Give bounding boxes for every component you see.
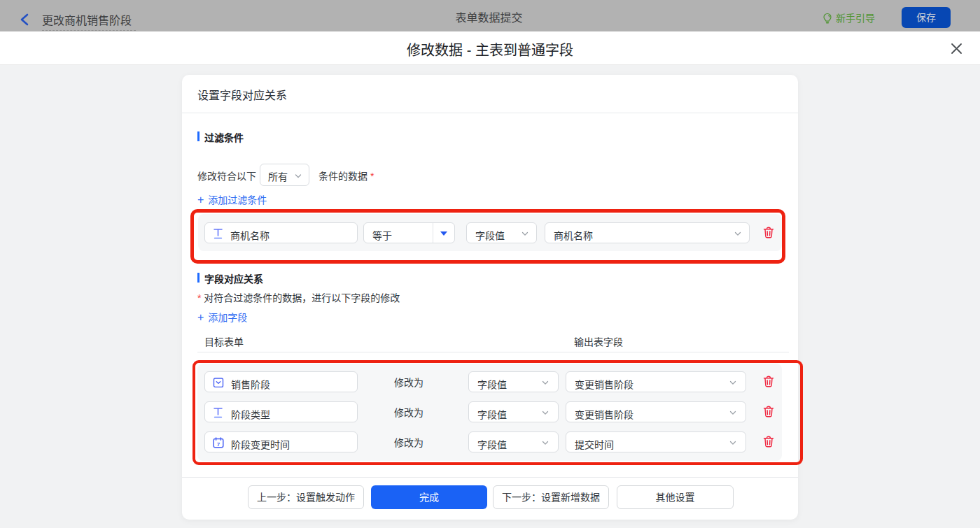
- svg-text:7: 7: [217, 441, 220, 448]
